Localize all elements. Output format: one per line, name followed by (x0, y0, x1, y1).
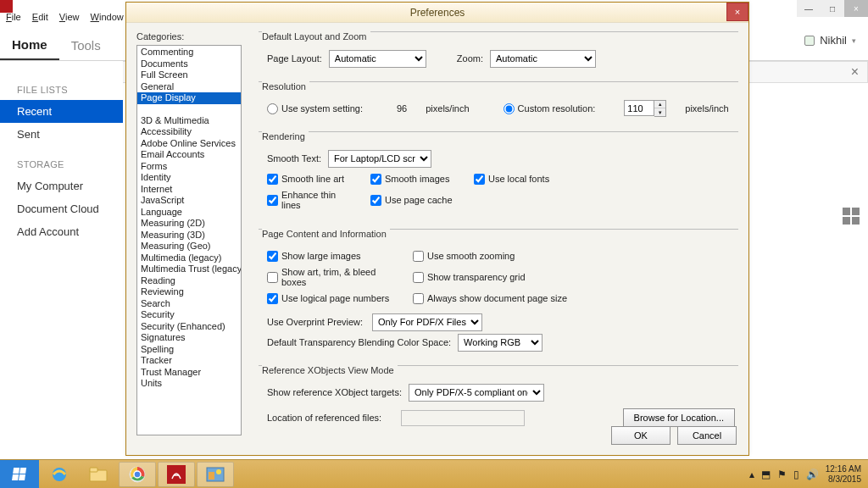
category-item[interactable]: Full Screen (137, 69, 241, 81)
pixels-inch-label-2: pixels/inch (685, 103, 728, 114)
use-smooth-zooming-check[interactable] (413, 251, 424, 262)
category-item[interactable]: Measuring (3D) (137, 230, 241, 241)
smooth-images-check[interactable] (370, 174, 381, 185)
show-targets-select[interactable]: Only PDF/X-5 compliant ones (409, 384, 544, 402)
overprint-label: Use Overprint Preview: (267, 317, 365, 327)
category-item[interactable]: Multimedia (legacy) (137, 252, 241, 264)
category-item[interactable]: Trust Manager (137, 367, 241, 379)
category-item[interactable]: Signatures (137, 332, 241, 344)
tray-network-icon[interactable]: ▯ (793, 469, 799, 480)
category-item[interactable]: 3D & Multimedia (137, 115, 241, 127)
use-local-fonts-label: Use local fonts (488, 174, 549, 184)
use-system-radio[interactable] (267, 103, 278, 114)
window-close-button[interactable]: × (844, 0, 868, 17)
blending-select[interactable]: Working RGB (458, 334, 542, 352)
categories-list[interactable]: Commenting Documents Full Screen General… (136, 45, 242, 435)
custom-resolution-radio[interactable] (504, 103, 515, 114)
category-item[interactable]: General (137, 81, 241, 93)
browse-location-button[interactable]: Browse for Location... (623, 408, 735, 427)
enhance-thin-lines-check[interactable] (267, 195, 278, 206)
tray-charm-icon[interactable]: ⬒ (761, 469, 771, 480)
category-item[interactable]: Measuring (Geo) (137, 241, 241, 252)
category-item[interactable]: Commenting (137, 47, 241, 58)
ok-button[interactable]: OK (611, 426, 670, 445)
user-menu[interactable]: Nikhil ▾ (804, 34, 856, 47)
custom-resolution-input[interactable] (624, 100, 654, 116)
tray-flag-icon[interactable]: ⚑ (777, 469, 787, 480)
category-item[interactable]: Accessibility (137, 126, 241, 138)
category-item[interactable]: JavaScript (137, 195, 241, 207)
taskbar-clock[interactable]: 12:16 AM 8/3/2015 (826, 464, 861, 485)
category-item[interactable]: Security (137, 309, 241, 321)
category-item[interactable]: Forms (137, 161, 241, 173)
smooth-text-select[interactable]: For Laptop/LCD screens (328, 150, 431, 168)
sidebar-item-mycomputer[interactable]: My Computer (17, 175, 123, 197)
taskbar-ie-icon[interactable] (41, 462, 78, 487)
always-show-size-label: Always show document page size (427, 293, 567, 303)
sidebar-item-sent[interactable]: Sent (17, 123, 123, 146)
sidebar-item-documentcloud[interactable]: Document Cloud (17, 197, 123, 220)
sidebar-section-filelists: FILE LISTS (17, 85, 123, 95)
category-item[interactable]: Identity (137, 172, 241, 184)
show-transparency-grid-check[interactable] (413, 272, 424, 283)
menu-view[interactable]: View (59, 12, 80, 22)
category-item[interactable]: Documents (137, 58, 241, 70)
category-item[interactable]: Multimedia Trust (legacy) (137, 263, 241, 275)
cancel-button[interactable]: Cancel (677, 426, 737, 445)
smooth-text-label: Smooth Text: (267, 153, 321, 164)
taskbar-app-icon[interactable] (197, 462, 234, 487)
use-local-fonts-check[interactable] (474, 174, 485, 185)
tray-show-hidden-icon[interactable]: ▴ (749, 469, 754, 480)
banner-close-icon[interactable]: × (851, 64, 859, 80)
legend-layout-zoom: Default Layout and Zoom (262, 31, 370, 42)
category-item[interactable]: Measuring (2D) (137, 218, 241, 230)
tray-volume-icon[interactable]: 🔊 (806, 469, 819, 480)
category-item[interactable]: Spelling (137, 344, 241, 356)
always-show-size-check[interactable] (413, 293, 424, 304)
category-item[interactable]: Language (137, 207, 241, 219)
category-item[interactable]: Search (137, 298, 241, 310)
show-art-trim-check[interactable] (267, 272, 278, 283)
dialog-title: Preferences (410, 7, 465, 19)
category-item-page-display[interactable]: Page Display (137, 92, 241, 104)
category-item[interactable]: Tracker (137, 355, 241, 367)
category-item[interactable]: Internet (137, 184, 241, 196)
overprint-select[interactable]: Only For PDF/X Files (372, 313, 482, 331)
show-large-images-label: Show large images (281, 251, 361, 261)
spinner-down-icon[interactable]: ▼ (654, 108, 665, 116)
grid-view-icon[interactable] (843, 208, 860, 225)
tab-tools[interactable]: Tools (59, 30, 113, 60)
page-layout-select[interactable]: Automatic (329, 50, 426, 68)
menu-file[interactable]: File (6, 12, 21, 22)
sidebar-item-addaccount[interactable]: Add Account (17, 220, 123, 243)
use-logical-page-numbers-check[interactable] (267, 293, 278, 304)
blending-label: Default Transparency Blending Color Spac… (267, 337, 451, 347)
taskbar-acrobat-icon[interactable] (158, 462, 195, 487)
category-item[interactable]: Reading (137, 275, 241, 287)
use-page-cache-check[interactable] (370, 195, 381, 206)
smooth-line-art-check[interactable] (267, 174, 278, 185)
clock-time: 12:16 AM (826, 464, 861, 474)
show-art-trim-label: Show art, trim, & bleed boxes (281, 267, 394, 287)
category-item[interactable]: Reviewing (137, 286, 241, 298)
dialog-close-button[interactable]: × (726, 3, 748, 21)
fieldset-page-content: Page Content and Information Show large … (259, 229, 738, 357)
category-item[interactable]: Security (Enhanced) (137, 321, 241, 333)
sidebar-item-recent[interactable]: Recent (0, 100, 123, 123)
category-item[interactable]: Adobe Online Services (137, 138, 241, 150)
tab-home[interactable]: Home (0, 30, 59, 60)
menu-edit[interactable]: Edit (32, 12, 48, 22)
window-maximize-button[interactable]: □ (821, 0, 844, 17)
legend-rendering: Rendering (262, 131, 309, 141)
menu-window[interactable]: Window (91, 12, 124, 22)
zoom-select[interactable]: Automatic (490, 50, 596, 68)
spinner-up-icon[interactable]: ▲ (654, 101, 665, 108)
window-minimize-button[interactable]: — (797, 0, 821, 17)
show-large-images-check[interactable] (267, 251, 278, 262)
start-button[interactable] (0, 460, 39, 489)
category-item[interactable]: Email Accounts (137, 149, 241, 161)
taskbar-chrome-icon[interactable] (119, 462, 156, 487)
zoom-label: Zoom: (457, 53, 483, 64)
category-item[interactable]: Units (137, 378, 241, 390)
taskbar-explorer-icon[interactable] (80, 462, 117, 487)
